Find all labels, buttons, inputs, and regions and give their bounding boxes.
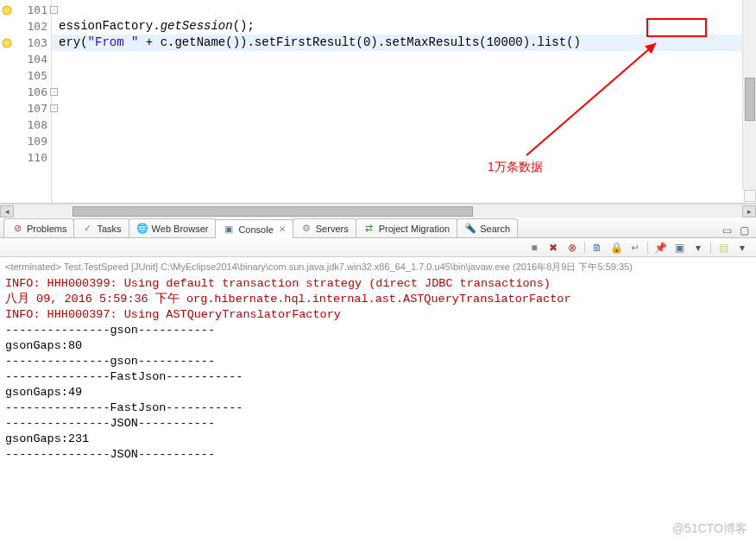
terminate-icon[interactable]: ■ xyxy=(527,241,541,255)
tab-label: Project Migration xyxy=(379,224,450,234)
remove-all-icon[interactable]: ⊗ xyxy=(565,241,579,255)
tabs-right-controls: ▭ ▢ xyxy=(720,224,756,237)
tab-tasks[interactable]: ✓Tasks xyxy=(73,218,129,237)
editor-vscroll-thumb[interactable] xyxy=(745,78,755,121)
search-icon: 🔦 xyxy=(464,223,476,235)
console-toolbar: ■ ✖ ⊗ 🗎 🔒 ↵ 📌 ▣ ▾ ▤ ▾ xyxy=(0,238,756,257)
console-line: ---------------gson----------- xyxy=(5,354,751,369)
scroll-lock-icon[interactable]: 🔒 xyxy=(609,241,623,255)
servers-icon: ⚙ xyxy=(300,223,312,235)
console-line: ---------------JSON----------- xyxy=(5,447,751,463)
editor-gutter: 101-102103104105106-107-108109110 xyxy=(0,0,52,203)
gutter-line: 107- xyxy=(0,100,51,117)
console-line: ---------------JSON----------- xyxy=(5,416,751,432)
editor-horizontal-scrollbar[interactable]: ◂ ▸ xyxy=(0,204,756,217)
lightbulb-icon[interactable] xyxy=(2,38,12,48)
console-line: gsonGaps:80 xyxy=(5,338,751,354)
toolbar-separator xyxy=(584,242,585,254)
editor-pane: 101-102103104105106-107-108109110 1万条数据 … xyxy=(0,0,756,204)
tab-label: Servers xyxy=(316,224,349,234)
display-console-icon[interactable]: ▣ xyxy=(672,241,686,255)
code-line[interactable] xyxy=(52,84,756,100)
code-line[interactable] xyxy=(52,51,756,67)
console-terminated-line: <terminated> Test.TestSpeed [JUnit] C:\M… xyxy=(5,259,751,276)
code-line[interactable] xyxy=(52,2,756,18)
open-console-icon[interactable]: ▤ xyxy=(716,241,730,255)
code-line[interactable] xyxy=(52,149,756,166)
pin-console-icon[interactable]: 📌 xyxy=(653,241,667,255)
toolbar-separator xyxy=(647,242,648,254)
code-area[interactable]: 1万条数据 essionFactory.getSession();ery("Fr… xyxy=(52,0,756,203)
gutter-line: 108 xyxy=(0,117,51,133)
maximize-view-icon[interactable]: ▢ xyxy=(737,224,751,237)
new-console-dropdown-icon[interactable]: ▾ xyxy=(735,241,749,255)
tab-search[interactable]: 🔦Search xyxy=(457,218,518,237)
gutter-line: 105 xyxy=(0,67,51,84)
project-migration-icon: ⇄ xyxy=(363,223,375,235)
word-wrap-icon[interactable]: ↵ xyxy=(628,241,642,255)
code-line[interactable] xyxy=(52,100,756,117)
console-line: ---------------gson----------- xyxy=(5,323,751,338)
console-line: ---------------FastJson----------- xyxy=(5,369,751,385)
tab-close-icon[interactable]: ✕ xyxy=(279,224,286,234)
tab-label: Search xyxy=(480,224,510,234)
hscroll-right-button[interactable]: ▸ xyxy=(742,205,756,217)
console-line: ---------------FastJson----------- xyxy=(5,400,751,416)
tab-label: Problems xyxy=(27,224,66,234)
console-line: 八月 09, 2016 5:59:36 下午 org.hibernate.hql… xyxy=(5,292,751,307)
remove-launch-icon[interactable]: ✖ xyxy=(546,241,560,255)
tab-label: Tasks xyxy=(97,224,121,234)
gutter-line: 103 xyxy=(0,35,51,51)
console-line: INFO: HHH000397: Using ASTQueryTranslato… xyxy=(5,307,751,323)
gutter-line: 101- xyxy=(0,2,51,18)
tasks-icon: ✓ xyxy=(81,223,93,235)
minimize-view-icon[interactable]: ▭ xyxy=(720,224,734,237)
tab-project-migration[interactable]: ⇄Project Migration xyxy=(356,218,458,237)
editor-vertical-scrollbar[interactable] xyxy=(742,0,756,190)
code-line[interactable] xyxy=(52,133,756,149)
tab-label: Web Browser xyxy=(152,224,209,234)
tab-problems[interactable]: ⊘Problems xyxy=(3,218,74,237)
toolbar-separator xyxy=(710,242,711,254)
gutter-line: 102 xyxy=(0,18,51,35)
watermark: @51CTO博客 xyxy=(672,521,747,537)
clear-console-icon[interactable]: 🗎 xyxy=(590,241,604,255)
lightbulb-icon[interactable] xyxy=(2,5,12,16)
hscroll-thumb[interactable] xyxy=(72,206,473,217)
console-dropdown-icon[interactable]: ▾ xyxy=(691,241,705,255)
scroll-corner xyxy=(744,190,756,202)
hscroll-left-button[interactable]: ◂ xyxy=(0,205,14,217)
gutter-line: 110 xyxy=(0,149,51,166)
code-line[interactable] xyxy=(52,67,756,84)
gutter-line: 106- xyxy=(0,84,51,100)
web-browser-icon: 🌐 xyxy=(136,223,148,235)
tab-web-browser[interactable]: 🌐Web Browser xyxy=(129,218,217,237)
code-line[interactable] xyxy=(52,117,756,133)
annotation-highlight-box xyxy=(646,18,707,37)
tab-label: Console xyxy=(238,224,273,235)
console-line: gsonGaps:49 xyxy=(5,385,751,400)
hscroll-track[interactable] xyxy=(14,205,742,217)
tab-console[interactable]: ▣Console✕ xyxy=(215,219,293,238)
console-line: gsonGaps:231 xyxy=(5,432,751,447)
gutter-line: 104 xyxy=(0,51,51,67)
views-tab-bar: ⊘Problems✓Tasks🌐Web Browser▣Console✕⚙Ser… xyxy=(0,217,756,238)
gutter-line: 109 xyxy=(0,133,51,149)
tab-servers[interactable]: ⚙Servers xyxy=(293,218,356,237)
problems-icon: ⊘ xyxy=(11,223,23,235)
annotation-text: 1万条数据 xyxy=(488,160,543,175)
console-line: INFO: HHH000399: Using default transacti… xyxy=(5,276,751,292)
console-icon: ▣ xyxy=(223,224,235,236)
console-output[interactable]: <terminated> Test.TestSpeed [JUnit] C:\M… xyxy=(0,257,756,533)
